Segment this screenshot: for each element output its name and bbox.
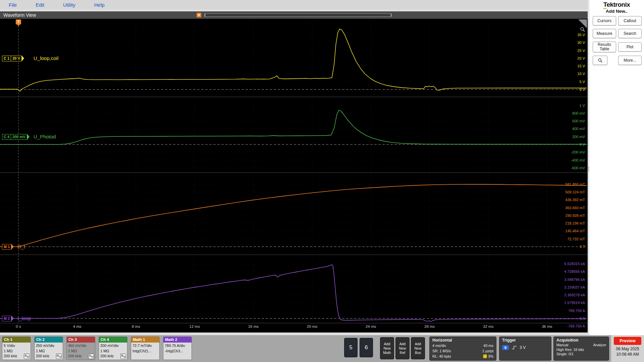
trigger-panel[interactable]: Trigger 6 3 V xyxy=(499,337,551,361)
y-tick-ch4: 800 mV xyxy=(572,111,585,116)
waveform-view-titlebar: Waveform View xyxy=(0,11,588,19)
add-button-line: Ref xyxy=(400,351,405,355)
horizontal-record-length: RL: 40 kpts xyxy=(432,354,451,359)
channel-card-line: -Intg(Ch3... xyxy=(165,349,190,354)
trigger-position-flag[interactable]: T xyxy=(16,19,21,24)
channel-badges: Ch 15 V/div1 MΩ200 kHzBWCh 2250 mV/div1 … xyxy=(2,337,192,360)
waveform-view-title: Waveform View xyxy=(3,12,36,18)
channel-card-line: 1 MΩ xyxy=(100,349,126,354)
channel-card-body: 72.7 mT/divIntg(Ch2)... xyxy=(131,343,159,360)
menu-edit[interactable]: Edit xyxy=(36,2,44,8)
badge-name: M 2 xyxy=(2,316,11,321)
channel-badge-ch1[interactable]: C 120 V xyxy=(2,55,24,61)
menu-help[interactable]: Help xyxy=(94,2,105,8)
acquisition-mode[interactable]: Manual xyxy=(556,343,568,348)
horizontal-panel[interactable]: Horizontal 4 ms/div 40 ms SR: 1 MS/s 1 µ… xyxy=(429,337,496,361)
channel-card-title: Ch 2 xyxy=(35,337,63,343)
trigger-source-badge[interactable]: 6 xyxy=(502,345,509,350)
badge-scale: 20 V xyxy=(11,56,22,61)
panel-button-plot[interactable]: Plot xyxy=(618,42,642,52)
y-tick-ch4: -400 mV xyxy=(571,158,585,163)
badge-arrow-icon xyxy=(27,134,30,139)
channel-card-line: 789.75 A/div xyxy=(165,343,190,349)
y-tick-ch1: 15 V xyxy=(577,64,585,68)
preview-button[interactable]: Preview xyxy=(614,337,641,345)
channel-card-ch2[interactable]: Ch 2250 mV/div1 MΩ200 kHzBW xyxy=(34,337,63,360)
add-button-line: Math xyxy=(383,351,391,355)
horizontal-memory-percent: 3% xyxy=(488,354,493,359)
channel-card-title: Math 2 xyxy=(163,337,192,343)
badge-arrow-icon xyxy=(22,56,24,61)
acquisition-panel[interactable]: Acquisition Manual Analyze High Res: 16 … xyxy=(553,337,609,361)
memory-usage-icon xyxy=(483,354,487,358)
menu-utility[interactable]: Utility xyxy=(63,2,75,8)
bandwidth-icon: BW xyxy=(56,354,62,359)
channel-card-line: Intg(Ch2)... xyxy=(132,349,158,354)
trigger-settings-row: 6 3 V xyxy=(502,345,548,350)
badge-scale: 200 mV xyxy=(11,134,27,140)
acquisition-detail: High Res: 16 bits xyxy=(556,348,584,352)
channel-card-ch1[interactable]: Ch 15 V/div1 MΩ200 kHzBW xyxy=(2,337,31,360)
trace-ch1 xyxy=(0,29,587,92)
panel-button-measure[interactable]: Measure xyxy=(593,29,616,38)
timeline-marker-icon[interactable] xyxy=(197,13,201,17)
x-tick: 4 ms xyxy=(73,324,82,328)
spare-slot-6[interactable]: 6 xyxy=(360,338,373,357)
waveform-plot[interactable]: T 35 V30 V25 V20 V15 V10 V5 V0 V1 V800 m… xyxy=(0,19,588,333)
channel-card-body: 200 mV/div1 MΩ200 kHzBW xyxy=(99,343,127,360)
y-tick-ch4: -600 mV xyxy=(571,166,585,170)
bandwidth-icon: BW xyxy=(120,354,126,359)
channel-card-line: 450 mV/div xyxy=(68,343,94,349)
timeline-scrollbar[interactable] xyxy=(205,13,391,17)
trace-label-m2: I_loop xyxy=(17,315,31,321)
channel-card-body: 250 mV/div1 MΩ200 kHzBW xyxy=(35,343,63,360)
y-tick-ch4: 200 mV xyxy=(572,134,585,139)
spare-slot-5[interactable]: 5 xyxy=(344,338,358,357)
channel-badge-m1[interactable]: M 1 xyxy=(2,244,14,250)
channel-badge-ch4[interactable]: C 4200 mV xyxy=(2,134,30,140)
x-tick: 28 ms xyxy=(424,324,435,328)
y-tick-ch1: 10 V xyxy=(577,71,585,76)
add-button-line: New xyxy=(383,346,390,351)
x-tick: 20 ms xyxy=(307,324,317,328)
menu-file[interactable]: File xyxy=(9,2,17,8)
analyze-menu[interactable]: Analyze xyxy=(593,343,606,348)
add-new-ref-button[interactable]: AddNewRef xyxy=(395,337,410,359)
panel-button-zoom[interactable] xyxy=(593,56,607,65)
channel-card-line: 1 MΩ xyxy=(68,349,94,354)
add-new-bus-button[interactable]: AddNewBus xyxy=(411,337,425,359)
y-tick-m1: 0 T xyxy=(580,244,585,249)
rising-edge-icon xyxy=(512,345,517,350)
y-tick-m1: 509.124 mT xyxy=(565,190,585,194)
y-tick-m1: 436.392 mT xyxy=(565,197,585,202)
magnifier-icon[interactable] xyxy=(580,27,585,32)
panel-button-search[interactable]: Search xyxy=(618,29,642,38)
x-tick: 8 ms xyxy=(132,324,140,328)
channel-card-ch4[interactable]: Ch 4200 mV/div1 MΩ200 kHzBW xyxy=(99,337,127,360)
channel-card-math1[interactable]: Math 172.7 mT/divIntg(Ch2)... xyxy=(131,337,160,360)
channel-card-body: 5 V/div1 MΩ200 kHzBW xyxy=(2,343,31,360)
channel-card-line: 1 MΩ xyxy=(36,349,61,354)
channel-card-title: Math 1 xyxy=(131,337,159,343)
add-new-math-button[interactable]: AddNewMath xyxy=(380,337,394,359)
y-tick-m2: 4.738556 kA xyxy=(564,269,585,274)
channel-card-math2[interactable]: Math 2789.75 A/div-Intg(Ch3... xyxy=(163,337,192,360)
panel-button-cursors[interactable]: Cursors xyxy=(593,16,616,25)
badge-name: C 1 xyxy=(2,56,11,61)
panel-button-more[interactable]: More... xyxy=(618,56,642,65)
channel-card-line: 5 V/div xyxy=(4,343,29,349)
panel-button-results-table[interactable]: Results Table xyxy=(593,42,616,52)
horizontal-window: 40 ms xyxy=(483,343,493,348)
y-tick-m2: 789.759 A xyxy=(568,308,585,313)
y-tick-m1: 72.732 mT xyxy=(567,237,585,241)
panel-button-callout[interactable]: Callout xyxy=(618,16,642,25)
y-tick-ch4: 0 V xyxy=(579,142,585,147)
channel-card-ch3[interactable]: Ch 3450 mV/div1 MΩ200 kHzBW xyxy=(66,337,95,360)
channel-badge-m2[interactable]: M 2 xyxy=(2,315,14,321)
date-label: 06 May 2025 xyxy=(611,346,644,352)
x-tick: 12 ms xyxy=(190,324,200,328)
horizontal-resolution: 1 µs/pt xyxy=(482,348,493,354)
waveform-canvas xyxy=(0,19,588,333)
channel-card-line: 72.7 mT/div xyxy=(132,343,158,349)
trace-label-ch4: U_Photod xyxy=(34,134,56,140)
